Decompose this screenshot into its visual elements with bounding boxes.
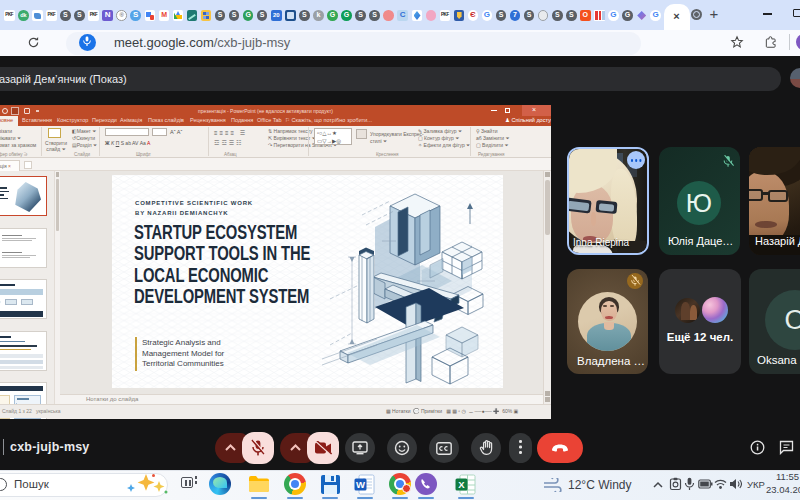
svg-text:X: X (458, 479, 465, 490)
svg-text:W: W (356, 479, 365, 490)
